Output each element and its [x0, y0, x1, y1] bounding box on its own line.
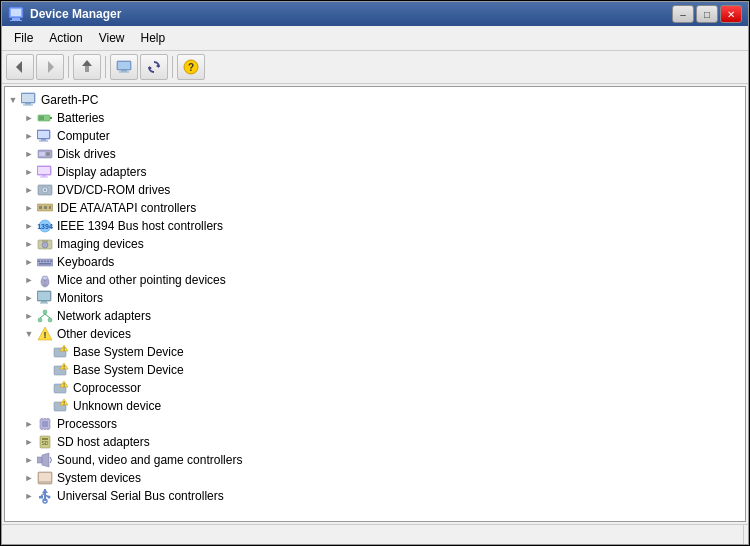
content-area[interactable]: ▼ Gareth-PC ► [4, 86, 746, 522]
tree-item-ide[interactable]: ► IDE ATA/ATAPI controllers [5, 199, 745, 217]
tree-label-sd: SD host adapters [57, 435, 150, 449]
tree-item-mice[interactable]: ► Mice and other pointing devices [5, 271, 745, 289]
forward-button[interactable] [36, 54, 64, 80]
tree-item-sd[interactable]: ► SD SD host adapters [5, 433, 745, 451]
expander-disk[interactable]: ► [21, 146, 37, 162]
svg-point-63 [48, 318, 52, 322]
refresh-icon [146, 59, 162, 75]
expander-processors[interactable]: ► [21, 416, 37, 432]
maximize-button[interactable]: □ [696, 5, 718, 23]
refresh-button[interactable] [140, 54, 168, 80]
tree-item-sound[interactable]: ► Sound, video and game controllers [5, 451, 745, 469]
window-title: Device Manager [30, 7, 121, 21]
svg-rect-47 [38, 261, 40, 263]
computer-view-button[interactable] [110, 54, 138, 80]
back-button[interactable] [6, 54, 34, 80]
svg-rect-39 [44, 206, 47, 209]
up-button[interactable] [73, 54, 101, 80]
expander-ide[interactable]: ► [21, 200, 37, 216]
menu-file[interactable]: File [6, 28, 41, 48]
system-icon [37, 470, 53, 486]
expander-coprocessor [37, 380, 53, 396]
processor-icon [37, 416, 53, 432]
expander-keyboards[interactable]: ► [21, 254, 37, 270]
svg-point-61 [43, 310, 47, 314]
tree-item-usb[interactable]: ► Universal Serial Bus controllers [5, 487, 745, 505]
tree-item-unknown[interactable]: ! Unknown device [5, 397, 745, 415]
help-button[interactable]: ? [177, 54, 205, 80]
display-icon [37, 164, 53, 180]
expander-sound[interactable]: ► [21, 452, 37, 468]
tree-item-coprocessor[interactable]: ! Coprocessor [5, 379, 745, 397]
tree-item-disk-drives[interactable]: ► Disk drives [5, 145, 745, 163]
tree-item-display[interactable]: ► Display adapters [5, 163, 745, 181]
expander-ieee[interactable]: ► [21, 218, 37, 234]
tree-item-ieee[interactable]: ► 1394 IEEE 1394 Bus host controllers [5, 217, 745, 235]
menu-help[interactable]: Help [133, 28, 174, 48]
svg-rect-99 [39, 496, 43, 499]
svg-text:1394: 1394 [37, 223, 53, 230]
expander-mice[interactable]: ► [21, 272, 37, 288]
tree-label-network: Network adapters [57, 309, 151, 323]
minimize-button[interactable]: – [672, 5, 694, 23]
menu-action[interactable]: Action [41, 28, 90, 48]
svg-rect-11 [119, 72, 129, 73]
expander-system[interactable]: ► [21, 470, 37, 486]
svg-rect-60 [40, 303, 48, 304]
expander-root[interactable]: ▼ [5, 92, 21, 108]
tree-label-imaging: Imaging devices [57, 237, 144, 251]
tree-item-base2[interactable]: ! Base System Device [5, 361, 745, 379]
svg-rect-1 [11, 9, 21, 16]
expander-batteries[interactable]: ► [21, 110, 37, 126]
monitor-icon [37, 290, 53, 306]
menu-bar: File Action View Help [2, 26, 748, 51]
tree-item-root[interactable]: ▼ Gareth-PC [5, 91, 745, 109]
tree-item-keyboards[interactable]: ► Keyboards [5, 253, 745, 271]
expander-dvd[interactable]: ► [21, 182, 37, 198]
svg-marker-5 [48, 61, 54, 73]
ieee-icon: 1394 [37, 218, 53, 234]
expander-monitors[interactable]: ► [21, 290, 37, 306]
expander-sd[interactable]: ► [21, 434, 37, 450]
expander-imaging[interactable]: ► [21, 236, 37, 252]
tree-item-system[interactable]: ► System devices [5, 469, 745, 487]
menu-view[interactable]: View [91, 28, 133, 48]
tree-item-monitors[interactable]: ► Monitors [5, 289, 745, 307]
tree-item-base1[interactable]: ! Base System Device [5, 343, 745, 361]
tree-label-processors: Processors [57, 417, 117, 431]
tree-label-disk: Disk drives [57, 147, 116, 161]
tree-item-processors[interactable]: ► Processors [5, 415, 745, 433]
svg-rect-94 [39, 473, 51, 481]
svg-marker-92 [42, 453, 49, 467]
warning-device-icon: ! [53, 344, 69, 360]
expander-computer[interactable]: ► [21, 128, 37, 144]
tree-item-imaging[interactable]: ► Imaging devices [5, 235, 745, 253]
tree-label-base1: Base System Device [73, 345, 184, 359]
svg-point-44 [42, 242, 48, 248]
expander-base1 [37, 344, 53, 360]
battery-icon [37, 110, 53, 126]
svg-rect-31 [38, 167, 50, 174]
tree-label-mice: Mice and other pointing devices [57, 273, 226, 287]
svg-rect-29 [39, 152, 45, 156]
tree-label-computer: Computer [57, 129, 110, 143]
svg-rect-91 [37, 457, 42, 463]
tree-item-other[interactable]: ▼ ! Other devices [5, 325, 745, 343]
svg-marker-97 [42, 489, 48, 493]
expander-usb[interactable]: ► [21, 488, 37, 504]
keyboard-icon [37, 254, 53, 270]
tree-item-dvd[interactable]: ► DVD/CD-ROM drives [5, 181, 745, 199]
tree-item-computer[interactable]: ► Computer [5, 127, 745, 145]
toolbar-separator-2 [105, 56, 106, 78]
tree-item-network[interactable]: ► Network adapters [5, 307, 745, 325]
svg-rect-50 [47, 261, 49, 263]
close-button[interactable]: ✕ [720, 5, 742, 23]
tree-item-batteries[interactable]: ► Batteries [5, 109, 745, 127]
ide-icon [37, 200, 53, 216]
title-bar-buttons: – □ ✕ [672, 5, 742, 23]
expander-display[interactable]: ► [21, 164, 37, 180]
svg-text:SD: SD [42, 440, 49, 446]
expander-network[interactable]: ► [21, 308, 37, 324]
device-manager-window: Device Manager – □ ✕ File Action View He… [1, 1, 749, 545]
expander-other[interactable]: ▼ [21, 326, 37, 342]
